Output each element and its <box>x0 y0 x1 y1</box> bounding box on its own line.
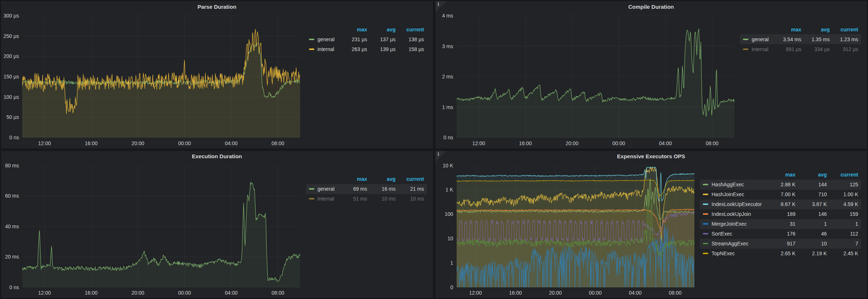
legend-row-HashAggExec[interactable]: HashAggExec2.88 K144125 <box>700 180 861 190</box>
legend-row-internal[interactable]: internal51 ms10 ms10 ms <box>306 194 427 204</box>
series-max: 31 <box>764 221 795 227</box>
series-name: IndexLookUpExecutor <box>703 201 764 207</box>
series-name: general <box>743 36 773 42</box>
chart-expensive-executors-ops[interactable]: 10 K1 K100101012:0016:0020:0000:0004:000… <box>436 162 698 297</box>
series-name: internal <box>309 46 339 52</box>
x-axis-label: 04:00 <box>225 140 237 146</box>
series-label: internal <box>752 46 768 52</box>
y-axis-label: 1 ms <box>436 104 453 110</box>
x-axis-label: 20:00 <box>549 290 562 296</box>
series-name: general <box>309 36 339 42</box>
series-avg: 710 <box>795 191 827 197</box>
series-label: IndexLookUpJoin <box>712 211 751 217</box>
series-color-swatch <box>703 194 708 195</box>
plot-area[interactable] <box>22 166 300 287</box>
series-area-TopNExec <box>457 180 694 287</box>
series-max: 917 <box>764 241 795 246</box>
legend-column-avg[interactable]: avg <box>367 27 396 32</box>
series-max: 69 ms <box>339 186 367 192</box>
series-color-swatch <box>703 213 708 215</box>
legend-row-IndexLookUpJoin[interactable]: IndexLookUpJoin189146159 <box>700 209 861 219</box>
legend-column-current[interactable]: current <box>396 27 424 32</box>
legend-column-avg[interactable]: avg <box>795 172 827 178</box>
legend-column-max[interactable]: max <box>339 27 367 32</box>
series-label: TopNExec <box>712 251 735 256</box>
legend-column-max[interactable]: max <box>764 172 795 178</box>
plot-area[interactable] <box>457 16 735 137</box>
series-avg: 1.35 ms <box>801 36 830 42</box>
x-axis-label: 12:00 <box>472 140 485 146</box>
x-axis-label: 20:00 <box>566 140 578 146</box>
legend-column-avg[interactable]: avg <box>801 27 830 32</box>
series-label: HashJoinExec <box>712 191 744 197</box>
legend-row-general[interactable]: general69 ms16 ms21 ms <box>306 184 427 194</box>
legend-row-SortExec[interactable]: SortExec17646112 <box>700 229 861 239</box>
series-max: 189 <box>764 211 795 217</box>
legend-row-IndexLookUpExecutor[interactable]: IndexLookUpExecutor8.67 K3.87 K4.59 K <box>700 199 861 209</box>
x-axis-label: 00:00 <box>612 140 625 146</box>
legend-column-max[interactable]: max <box>339 176 367 182</box>
series-avg: 334 µs <box>801 46 830 52</box>
x-axis-label: 20:00 <box>131 290 144 296</box>
series-avg: 137 µs <box>367 36 396 42</box>
series-name: IndexLookUpJoin <box>703 211 764 217</box>
legend-column-current[interactable]: current <box>396 176 424 182</box>
series-max: 7.00 K <box>764 191 795 197</box>
x-axis-label: 12:00 <box>38 140 51 146</box>
y-axis-label: 300 µs <box>2 13 19 19</box>
legend-column-current[interactable]: current <box>830 27 858 32</box>
y-axis-label: 3 ms <box>436 43 453 49</box>
series-name: internal <box>743 46 773 52</box>
legend-column-current[interactable]: current <box>827 172 858 178</box>
series-avg: 10 ms <box>367 196 396 202</box>
plot-area[interactable] <box>22 16 300 137</box>
y-axis-label: 60 ms <box>2 193 19 199</box>
series-color-swatch <box>309 39 314 40</box>
series-label: internal <box>318 196 334 202</box>
series-area-internal <box>22 29 300 137</box>
y-axis-label: 50 µs <box>2 114 19 120</box>
series-color-swatch <box>743 39 748 40</box>
panel-info-icon[interactable]: i <box>435 151 446 162</box>
chart-parse-duration[interactable]: 300 µs250 µs200 µs150 µs100 µs50 µs0 ns1… <box>2 12 304 147</box>
x-axis-label: 00:00 <box>589 290 602 296</box>
panel-title[interactable]: Compile Duration <box>435 1 867 12</box>
series-area-general <box>22 182 300 287</box>
panel-title[interactable]: Execution Duration <box>1 151 433 162</box>
chart-execution-duration[interactable]: 80 ms60 ms40 ms20 ms0 ns12:0016:0020:000… <box>2 162 304 297</box>
series-name: internal <box>309 196 339 202</box>
series-max: 51 ms <box>339 196 367 202</box>
legend-row-HashJoinExec[interactable]: HashJoinExec7.00 K7101.00 K <box>700 190 861 199</box>
series-label: MergeJoinExec <box>712 221 747 227</box>
legend-column-max[interactable]: max <box>773 27 801 32</box>
dashboard-grid: i Parse Duration 300 µs250 µs200 µs150 µ… <box>0 0 868 299</box>
y-axis-label: 4 ms <box>436 13 453 19</box>
panel-title[interactable]: Expensive Executors OPS <box>435 151 867 162</box>
series-color-swatch <box>309 188 314 190</box>
legend-row-MergeJoinExec[interactable]: MergeJoinExec3111 <box>700 219 861 229</box>
panel-parse-duration: i Parse Duration 300 µs250 µs200 µs150 µ… <box>1 1 433 148</box>
series-color-swatch <box>743 48 748 50</box>
x-axis-label: 04:00 <box>629 290 642 296</box>
panel-info-icon[interactable]: i <box>435 1 446 12</box>
series-color-swatch <box>703 184 708 185</box>
series-label: HashAggExec <box>712 182 744 187</box>
series-label: general <box>318 36 335 42</box>
legend-column-avg[interactable]: avg <box>367 176 396 182</box>
chart-compile-duration[interactable]: 4 ms3 ms2 ms1 ms0 ns12:0016:0020:0000:00… <box>436 12 738 147</box>
legend-row-general[interactable]: general231 µs137 µs138 µs <box>306 34 427 44</box>
legend-parse-duration: maxavgcurrentgeneral231 µs137 µs138 µsin… <box>304 12 431 147</box>
legend-row-TopNExec[interactable]: TopNExec2.65 K2.19 K2.45 K <box>700 249 861 259</box>
legend-row-internal[interactable]: internal263 µs139 µs158 µs <box>306 44 427 54</box>
panel-title[interactable]: Parse Duration <box>1 1 433 12</box>
x-axis-label: 16:00 <box>85 290 97 296</box>
series-avg: 46 <box>795 231 827 237</box>
legend-header-row: maxavgcurrent <box>306 24 427 34</box>
legend-row-StreamAggExec[interactable]: StreamAggExec917107 <box>700 239 861 249</box>
panel-execution-duration: i Execution Duration 80 ms60 ms40 ms20 m… <box>1 151 433 298</box>
plot-area[interactable] <box>457 166 694 287</box>
x-axis-label: 00:00 <box>178 290 191 296</box>
legend-row-internal[interactable]: internal891 µs334 µs312 µs <box>740 44 861 54</box>
series-avg: 139 µs <box>367 46 396 52</box>
legend-row-general[interactable]: general3.54 ms1.35 ms1.23 ms <box>740 34 861 44</box>
